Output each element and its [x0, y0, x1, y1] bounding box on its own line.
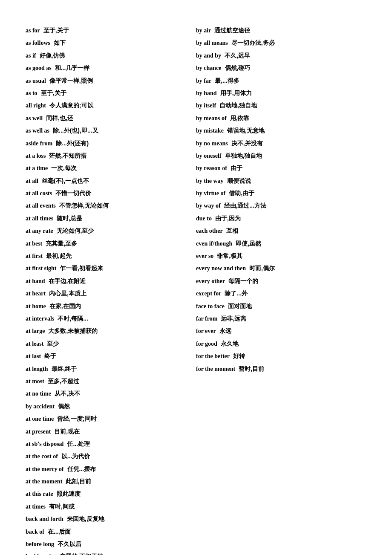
list-item: beside point离题的,不相干的 — [26, 552, 196, 555]
meaning-text: 曾经,一度;同时 — [57, 414, 97, 423]
meaning-text: 最初,起先 — [46, 251, 72, 260]
meaning-text: 从不,决不 — [55, 389, 80, 398]
meaning-text: 偶然 — [58, 402, 70, 411]
phrase-text: for the better — [196, 352, 230, 361]
list-item: at times有时,间或 — [26, 502, 196, 512]
meaning-text: 目前,现在 — [54, 427, 80, 436]
phrase-text: as for — [26, 26, 40, 35]
phrase-text: except for — [196, 289, 221, 298]
list-item: by air通过航空途径 — [196, 26, 366, 35]
phrase-text: back and forth — [26, 515, 63, 524]
list-item: by far最,...得多 — [196, 76, 366, 86]
phrase-text: ever so — [196, 251, 213, 261]
meaning-text: 和...几乎一样 — [55, 63, 90, 72]
phrase-text: at first — [26, 251, 43, 261]
list-item: at a time一次,每次 — [26, 163, 196, 173]
list-item: at present目前,现在 — [26, 427, 196, 436]
list-item: at the mercy of任凭...摆布 — [26, 464, 196, 474]
phrase-text: all right — [26, 101, 46, 110]
meaning-text: 终于 — [44, 351, 56, 361]
list-item: at any rate无论如何,至少 — [26, 226, 196, 236]
phrase-text: at all costs — [26, 189, 52, 198]
list-item: by virtue of借助,由于 — [196, 188, 366, 198]
meaning-text: 以...为代价 — [61, 451, 90, 461]
phrase-text: even if/though — [196, 239, 232, 249]
meaning-text: 至多,不超过 — [48, 376, 79, 386]
meaning-text: 在...后面 — [48, 527, 71, 536]
meaning-text: 任凭...摆布 — [67, 464, 96, 474]
list-item: back and forth来回地,反复地 — [26, 514, 196, 524]
phrase-text: at times — [26, 502, 46, 512]
list-item: at the moment此刻,目前 — [26, 477, 196, 486]
phrase-text: far from — [196, 314, 217, 324]
meaning-text: 随时,总是 — [57, 214, 82, 223]
phrase-text: before long — [26, 540, 54, 549]
meaning-text: 由于,因为 — [215, 214, 241, 223]
meaning-text: 一次,每次 — [51, 163, 77, 173]
phrase-text: as well as — [26, 126, 49, 136]
phrase-text: by accident — [26, 402, 55, 411]
phrase-text: at the mercy of — [26, 465, 64, 474]
meaning-text: 互相 — [226, 226, 238, 235]
meaning-text: 至于,关于 — [43, 26, 69, 35]
list-item: at intervals不时,每隔... — [26, 314, 196, 324]
meaning-text: 无论如何,至少 — [57, 226, 94, 235]
phrase-text: at no time — [26, 389, 51, 399]
meaning-text: 至少 — [47, 339, 59, 348]
list-item: at all events不管怎样,无论如何 — [26, 201, 196, 211]
phrase-text: by no means — [196, 139, 228, 148]
phrase-text: at length — [26, 364, 48, 374]
phrase-text: at a loss — [26, 151, 46, 161]
phrase-text: at present — [26, 427, 51, 436]
list-item: as well同样,也,还 — [26, 113, 196, 123]
list-item: for good永久地 — [196, 339, 366, 349]
phrase-text: by mistake — [196, 126, 224, 136]
phrase-text: at most — [26, 377, 44, 386]
meaning-text: 不惜一切代价 — [55, 188, 91, 198]
list-item: ever so非常,极其 — [196, 251, 366, 261]
phrase-text: at all events — [26, 201, 56, 211]
list-item: at first sight乍一看,初看起来 — [26, 263, 196, 273]
list-item: by hand用手,用体力 — [196, 88, 366, 98]
meaning-text: 即使,虽然 — [236, 239, 261, 248]
phrase-text: aside from — [26, 139, 52, 148]
list-item: by reason of由于 — [196, 163, 366, 173]
list-item: at home在家,在国内 — [26, 301, 196, 311]
list-item: every now and then时而,偶尔 — [196, 263, 366, 273]
list-item: at all丝毫(不),一点也不 — [26, 176, 196, 186]
phrase-text: every other — [196, 277, 225, 286]
list-item: at length最终,终于 — [26, 364, 196, 374]
phrase-text: at large — [26, 327, 45, 336]
meaning-text: 顺便说说 — [227, 176, 251, 185]
list-item: at the cost of以...为代价 — [26, 451, 196, 461]
meaning-text: 任...处理 — [67, 439, 90, 448]
list-item: for ever永远 — [196, 326, 366, 336]
list-item: for the moment暂时,目前 — [196, 364, 366, 374]
meaning-text: 不管怎样,无论如何 — [59, 201, 109, 210]
list-item: aside from除...外(还有) — [26, 139, 196, 148]
phrase-text: at best — [26, 239, 42, 249]
meaning-text: 不久以后 — [58, 539, 81, 549]
phrase-text: at least — [26, 339, 43, 349]
list-item: by chance偶然,碰巧 — [196, 63, 366, 73]
phrase-text: at the cost of — [26, 452, 58, 461]
meaning-text: 乍一看,初看起来 — [60, 263, 103, 273]
phrase-text: at home — [26, 302, 46, 311]
list-item: even if/though即使,虽然 — [196, 239, 366, 249]
list-item: at all times随时,总是 — [26, 214, 196, 223]
list-item: at best充其量,至多 — [26, 239, 196, 249]
meaning-text: 错误地,无意地 — [227, 126, 265, 135]
list-item: as to至于,关于 — [26, 88, 196, 98]
phrase-text: back of — [26, 527, 44, 537]
phrase-text: as follows — [26, 38, 50, 48]
list-item: at most至多,不超过 — [26, 376, 196, 386]
list-item: at this rate照此速度 — [26, 489, 196, 499]
meaning-text: 令人满意的;可以 — [49, 101, 93, 110]
phrase-text: by chance — [196, 64, 222, 73]
list-item: back of在...后面 — [26, 527, 196, 537]
list-item: at heart内心里,本质上 — [26, 289, 196, 298]
phrase-text: by reason of — [196, 164, 227, 173]
meaning-text: 除了...外 — [225, 289, 248, 298]
meaning-text: 用,依靠 — [230, 113, 250, 123]
list-item: at large大多数,未被捕获的 — [26, 326, 196, 336]
